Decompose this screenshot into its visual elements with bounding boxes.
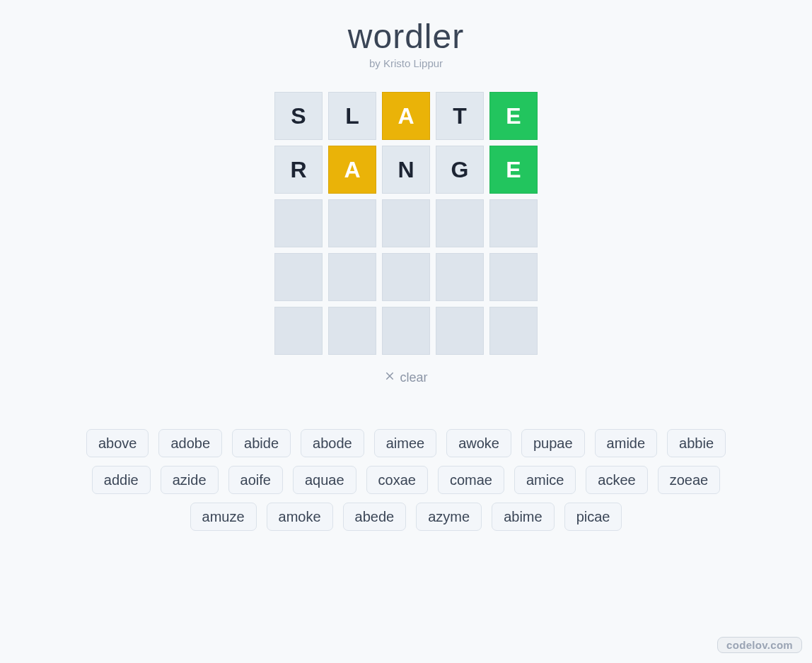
app-container: wordler by Kristo Lippur SLATERANGE clea… <box>0 0 812 531</box>
suggestions-list: aboveadobeabideabodeaimeeawokepupaeamide… <box>66 429 746 531</box>
byline: by Kristo Lippur <box>369 57 443 69</box>
guess-tile[interactable]: L <box>328 92 376 140</box>
guess-tile[interactable] <box>274 307 323 355</box>
guess-tile[interactable] <box>489 199 538 247</box>
guess-tile[interactable] <box>274 199 323 247</box>
guess-tile[interactable] <box>382 199 430 247</box>
guess-tile[interactable]: E <box>489 146 538 194</box>
suggestion-chip[interactable]: addie <box>92 466 151 494</box>
suggestion-chip[interactable]: zoeae <box>658 466 721 494</box>
suggestion-chip[interactable]: amice <box>514 466 576 494</box>
guess-tile[interactable] <box>436 253 484 301</box>
suggestion-chip[interactable]: aimee <box>374 429 436 457</box>
guess-tile[interactable] <box>328 199 376 247</box>
guess-row: SLATE <box>274 92 538 140</box>
guess-row <box>274 199 538 247</box>
suggestion-chip[interactable]: aquae <box>293 466 356 494</box>
clear-button[interactable]: clear <box>384 370 427 385</box>
guess-tile[interactable]: A <box>328 146 376 194</box>
suggestion-chip[interactable]: abime <box>492 503 554 531</box>
suggestion-chip[interactable]: abbie <box>667 429 726 457</box>
guess-row <box>274 307 538 355</box>
guess-tile[interactable] <box>274 253 323 301</box>
clear-label: clear <box>400 370 427 385</box>
suggestion-chip[interactable]: pupae <box>521 429 585 457</box>
guess-tile[interactable]: E <box>489 92 538 140</box>
guess-tile[interactable]: G <box>436 146 484 194</box>
guess-tile[interactable]: T <box>436 92 484 140</box>
suggestion-chip[interactable]: adobe <box>158 429 222 457</box>
suggestion-chip[interactable]: amuze <box>190 503 257 531</box>
suggestion-chip[interactable]: amoke <box>267 503 333 531</box>
suggestion-chip[interactable]: azyme <box>416 503 482 531</box>
suggestion-chip[interactable]: picae <box>564 503 622 531</box>
suggestion-chip[interactable]: above <box>86 429 149 457</box>
page-title: wordler <box>348 17 464 56</box>
guess-tile[interactable]: R <box>274 146 323 194</box>
guess-tile[interactable]: N <box>382 146 430 194</box>
guess-grid: SLATERANGE <box>274 92 538 355</box>
watermark: codelov.com <box>717 637 802 653</box>
suggestion-chip[interactable]: aoife <box>228 466 283 494</box>
suggestion-chip[interactable]: awoke <box>446 429 511 457</box>
guess-tile[interactable] <box>489 253 538 301</box>
close-icon <box>384 370 395 385</box>
suggestion-chip[interactable]: amide <box>595 429 657 457</box>
guess-tile[interactable] <box>489 307 538 355</box>
guess-tile[interactable] <box>436 307 484 355</box>
guess-tile[interactable]: A <box>382 92 430 140</box>
suggestion-chip[interactable]: abide <box>232 429 291 457</box>
guess-tile[interactable] <box>382 307 430 355</box>
guess-tile[interactable] <box>328 253 376 301</box>
suggestion-chip[interactable]: coxae <box>366 466 428 494</box>
guess-tile[interactable] <box>328 307 376 355</box>
guess-tile[interactable]: S <box>274 92 323 140</box>
guess-tile[interactable] <box>436 199 484 247</box>
guess-row: RANGE <box>274 146 538 194</box>
suggestion-chip[interactable]: abode <box>301 429 364 457</box>
suggestion-chip[interactable]: abede <box>343 503 407 531</box>
suggestion-chip[interactable]: comae <box>438 466 504 494</box>
suggestion-chip[interactable]: azide <box>161 466 219 494</box>
suggestion-chip[interactable]: ackee <box>586 466 647 494</box>
guess-tile[interactable] <box>382 253 430 301</box>
guess-row <box>274 253 538 301</box>
